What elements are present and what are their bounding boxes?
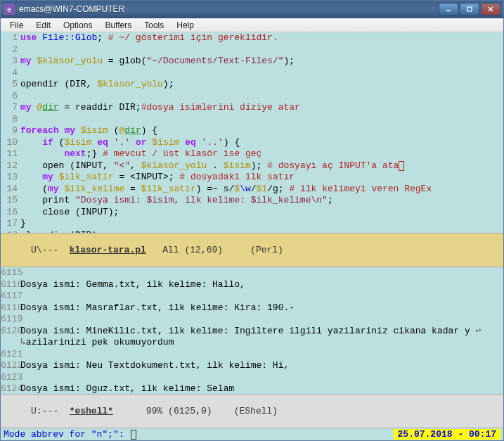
- eshell-output-pane[interactable]: 6115611661176118611961206121612261236124…: [1, 267, 503, 394]
- code-editor-pane[interactable]: 123456789101112131415161718 use File::Gl…: [1, 32, 503, 233]
- code-line[interactable]: (my $ilk_kelime = $ilk_satir) =~ s/$\w/$…: [20, 184, 503, 196]
- minibuffer-cursor: [131, 430, 136, 440]
- output-line[interactable]: Dosya ismi: Gemma.txt, ilk kelime: Hallo…: [20, 279, 503, 291]
- output-line[interactable]: Dosya ismi: Neu Textdokument.txt, ilk ke…: [20, 360, 503, 372]
- code-line[interactable]: close (INPUT);: [20, 207, 503, 219]
- output-line[interactable]: Dosya ismi: Oguz.txt, ilk kelime: Selam: [20, 383, 503, 394]
- output-line[interactable]: ↳azilarinizi pek okumuyordum: [20, 337, 503, 349]
- modeline-prefix: U\---: [25, 245, 69, 255]
- buffer-name[interactable]: *eshell*: [70, 406, 113, 416]
- close-button[interactable]: [481, 3, 500, 15]
- code-line[interactable]: opendir (DIR, $klasor_yolu);: [20, 79, 503, 91]
- menu-buffers[interactable]: Buffers: [98, 19, 138, 32]
- minibuffer[interactable]: Mode abbrev for "n";": 25.07.2018 - 00:1…: [1, 428, 503, 440]
- code-line[interactable]: foreach my $isim (@dir) {: [20, 125, 503, 137]
- code-line[interactable]: [20, 44, 503, 56]
- wrap-arrow-icon: ↩: [470, 326, 482, 336]
- code-line[interactable]: my $ilk_satir = <INPUT>; # dosyadaki ilk…: [20, 172, 503, 184]
- emacs-window: e emacs@WIN7-COMPUTER FileEditOptionsBuf…: [0, 0, 504, 441]
- emacs-app-icon: e: [4, 4, 15, 15]
- output-line[interactable]: Dosya ismi: Masraflar.txt, ilk kelime: K…: [20, 302, 503, 314]
- code-line[interactable]: my $klasor_yolu = glob("~/Documents/Text…: [20, 56, 503, 68]
- code-line[interactable]: my @dir = readdir DIR;#dosya isimlerini …: [20, 102, 503, 114]
- svg-rect-1: [467, 7, 472, 11]
- modeline-suffix: All (12,69) (Perl): [146, 245, 283, 255]
- code-line[interactable]: closedir (DIR);: [20, 230, 503, 234]
- menu-edit[interactable]: Edit: [30, 19, 57, 32]
- output-line[interactable]: [20, 290, 503, 302]
- output-line[interactable]: [20, 372, 503, 384]
- code-line[interactable]: if ($isim eq '.' or $isim eq '..') {: [20, 137, 503, 149]
- menubar: FileEditOptionsBuffersToolsHelp: [1, 18, 503, 32]
- menu-tools[interactable]: Tools: [138, 19, 170, 32]
- output-line[interactable]: [20, 314, 503, 326]
- text-cursor: [399, 161, 404, 171]
- code-line[interactable]: use File::Glob; # ~/ gösterimi için gere…: [20, 32, 503, 44]
- code-line[interactable]: print "Dosya ismi: $isim, ilk kelime: $i…: [20, 195, 503, 207]
- wrap-continuation-icon: ↳: [20, 337, 26, 347]
- output-line[interactable]: [20, 267, 503, 279]
- minimize-button[interactable]: [439, 3, 458, 15]
- modeline-eshell[interactable]: U:--- *eshell* 99% (6125,0) (EShell): [1, 394, 503, 428]
- buffer-name[interactable]: klasor-tara.pl: [70, 245, 146, 255]
- output-line[interactable]: Dosya ismi: MineKilic.txt, ilk kelime: I…: [20, 326, 503, 338]
- code-line[interactable]: next;} # mevcut / üst klasör ise geç: [20, 148, 503, 160]
- code-line[interactable]: }: [20, 218, 503, 230]
- code-line[interactable]: [20, 91, 503, 103]
- line-number-gutter: 123456789101112131415161718: [1, 32, 20, 233]
- code-line[interactable]: open (INPUT, "<", $klasor_yolu . $isim);…: [20, 160, 503, 172]
- output-content[interactable]: Dosya ismi: Gemma.txt, ilk kelime: Hallo…: [20, 267, 503, 394]
- code-line[interactable]: [20, 114, 503, 126]
- maximize-button[interactable]: [460, 3, 479, 15]
- clock: 25.07.2018 - 00:17: [394, 429, 500, 440]
- modeline-suffix: 99% (6125,0) (EShell): [113, 406, 278, 416]
- modeline-prefix: U:---: [25, 406, 69, 416]
- output-gutter: 6115611661176118611961206121612261236124…: [1, 267, 20, 394]
- code-content[interactable]: use File::Glob; # ~/ gösterimi için gere…: [20, 32, 503, 233]
- window-title: emacs@WIN7-COMPUTER: [19, 4, 439, 14]
- window-controls: [439, 3, 500, 15]
- menu-options[interactable]: Options: [57, 19, 98, 32]
- code-line[interactable]: [20, 68, 503, 79]
- output-line[interactable]: [20, 349, 503, 361]
- minibuffer-prompt: Mode abbrev for "n";":: [4, 429, 129, 440]
- titlebar[interactable]: e emacs@WIN7-COMPUTER: [1, 1, 503, 18]
- menu-help[interactable]: Help: [170, 19, 200, 32]
- modeline-perl[interactable]: U\--- klasor-tara.pl All (12,69) (Perl): [1, 233, 503, 267]
- menu-file[interactable]: File: [4, 19, 30, 32]
